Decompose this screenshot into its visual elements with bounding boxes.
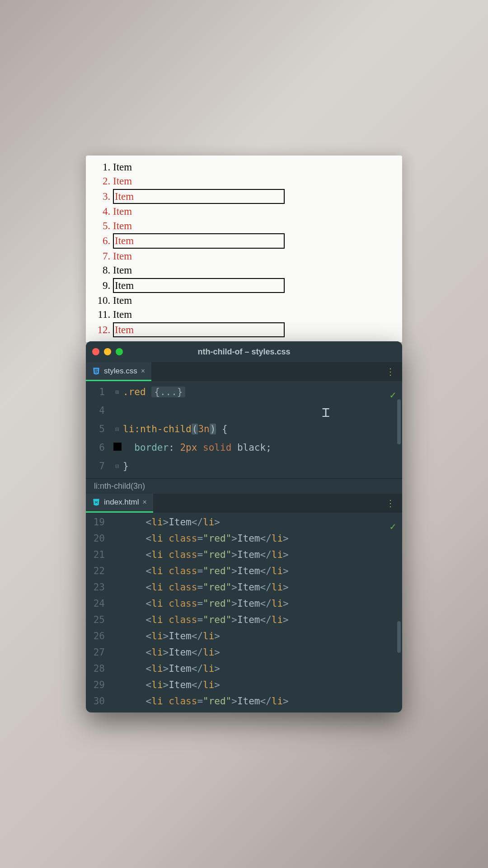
item-list: ItemItemItemItemItemItemItemItemItemItem… (94, 160, 394, 338)
html-file-icon (92, 498, 100, 506)
minimize-window-button[interactable] (104, 348, 111, 355)
line-number: 25 (86, 612, 111, 628)
line-number: 5 (86, 420, 111, 439)
titlebar: nth-child-of – styles.css (86, 341, 402, 362)
line-number: 20 (86, 531, 111, 547)
html-tabbar: index.html × ⋮ (86, 494, 402, 513)
tab-styles-css[interactable]: styles.css × (86, 362, 151, 381)
line-number: 4 (86, 401, 111, 420)
line-number: 1 (86, 383, 111, 401)
scrollbar[interactable] (397, 399, 401, 444)
maximize-window-button[interactable] (116, 348, 123, 355)
window-title: nth-child-of – styles.css (86, 347, 402, 357)
editor-window: nth-child-of – styles.css styles.css × ⋮… (86, 341, 402, 712)
line-number: 28 (86, 661, 111, 677)
browser-preview: ItemItemItemItemItemItemItemItemItemItem… (86, 156, 402, 342)
line-number: 21 (86, 547, 111, 563)
line-number: 30 (86, 693, 111, 710)
line-number: 23 (86, 580, 111, 596)
list-item: Item (113, 307, 394, 321)
list-item: Item (113, 249, 394, 263)
traffic-lights (92, 348, 123, 355)
more-menu-icon[interactable]: ⋮ (386, 366, 396, 377)
close-tab-icon[interactable]: × (142, 498, 146, 506)
list-item: Item (113, 322, 394, 338)
line-number: 22 (86, 563, 111, 580)
line-number: 6 (86, 439, 111, 457)
close-tab-icon[interactable]: × (141, 367, 145, 375)
css-editor[interactable]: ✓ Ꮖ 1 ⊞ .red {...} 4 5 ⊟ li:nth-child(3n… (86, 381, 402, 478)
breadcrumb[interactable]: li:nth-child(3n) (86, 478, 402, 494)
fold-close-icon: ⊟ (111, 460, 123, 472)
fold-icon[interactable]: ⊟ (111, 423, 123, 435)
fold-icon[interactable]: ⊞ (111, 386, 123, 398)
list-item: Item (113, 160, 394, 174)
css-file-icon (92, 367, 100, 375)
line-number: 19 (86, 514, 111, 531)
close-window-button[interactable] (92, 348, 99, 355)
list-item: Item (113, 278, 394, 293)
tab-index-html[interactable]: index.html × (86, 494, 153, 513)
line-number: 27 (86, 645, 111, 661)
list-item: Item (113, 174, 394, 188)
tab-label: styles.css (104, 367, 137, 376)
line-number: 7 (86, 457, 111, 476)
list-item: Item (113, 219, 394, 233)
list-item: Item (113, 204, 394, 218)
line-number: 29 (86, 677, 111, 693)
line-number: 24 (86, 596, 111, 612)
list-item: Item (113, 233, 394, 249)
list-item: Item (113, 189, 394, 204)
tab-label: index.html (104, 498, 139, 507)
line-number: 26 (86, 628, 111, 645)
html-editor[interactable]: ✓ 19 <li>Item</li>20 <li class="red">Ite… (86, 513, 402, 712)
more-menu-icon[interactable]: ⋮ (386, 498, 396, 509)
list-item: Item (113, 263, 394, 277)
css-tabbar: styles.css × ⋮ (86, 362, 402, 381)
color-swatch-icon (113, 443, 122, 451)
list-item: Item (113, 293, 394, 307)
